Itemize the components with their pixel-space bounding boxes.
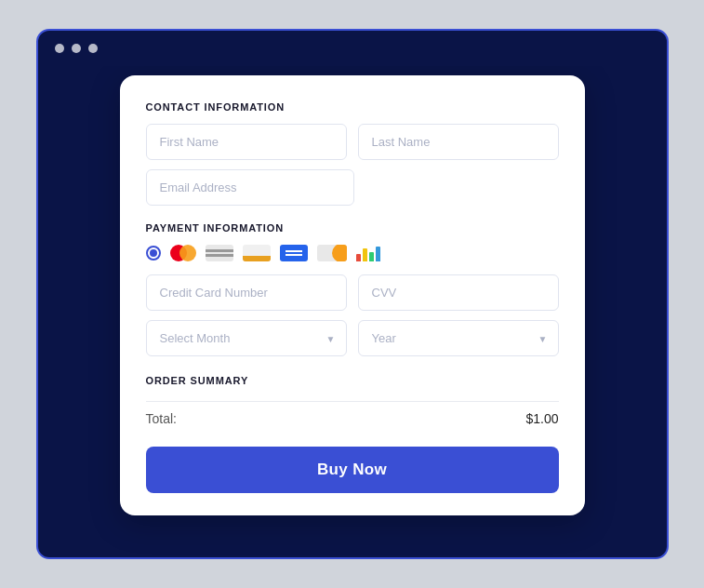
order-divider [146, 401, 559, 402]
order-total-row: Total: $1.00 [146, 411, 559, 426]
amex-icon [206, 245, 233, 261]
year-select-wrapper: Year 2024 2025 2026 2027 2028 2029 2030 … [358, 320, 559, 356]
email-row [146, 169, 559, 206]
mastercard-icon [170, 245, 196, 261]
buy-now-button[interactable]: Buy Now [146, 447, 559, 493]
card-details-row [146, 274, 559, 311]
first-name-input[interactable] [146, 124, 347, 160]
window-dot-2 [72, 44, 81, 53]
month-select-wrapper: Select Month January February March Apri… [146, 320, 347, 356]
card-number-input[interactable] [146, 274, 347, 311]
name-row [146, 124, 559, 160]
browser-topbar [38, 31, 667, 66]
browser-window: CONTACT INFORMATION PAYMENT INFORMATION [36, 29, 669, 559]
discover-icon [317, 245, 347, 261]
last-name-input[interactable] [358, 124, 559, 160]
blue-card-icon [280, 245, 308, 261]
payment-section-label: PAYMENT INFORMATION [146, 222, 559, 234]
checkout-card: CONTACT INFORMATION PAYMENT INFORMATION [120, 75, 585, 515]
barchart-icon [356, 245, 380, 261]
visa-icon [243, 245, 271, 261]
email-input[interactable] [146, 169, 354, 206]
window-dot-1 [55, 44, 64, 53]
payment-icons-row [146, 245, 559, 261]
order-summary-section: ORDER SUMMARY Total: $1.00 [146, 375, 559, 426]
window-dot-3 [88, 44, 98, 53]
radio-inner [150, 249, 157, 257]
expiry-row: Select Month January February March Apri… [146, 320, 559, 356]
total-label: Total: [146, 411, 177, 426]
total-value: $1.00 [525, 411, 558, 426]
payment-section: PAYMENT INFORMATION [146, 222, 559, 356]
month-select[interactable]: Select Month January February March Apri… [146, 320, 347, 356]
browser-content: CONTACT INFORMATION PAYMENT INFORMATION [38, 66, 667, 557]
contact-section-label: CONTACT INFORMATION [146, 101, 559, 113]
year-select[interactable]: Year 2024 2025 2026 2027 2028 2029 2030 [358, 320, 559, 356]
order-summary-label: ORDER SUMMARY [146, 375, 559, 386]
cvv-input[interactable] [358, 274, 559, 311]
payment-radio[interactable] [146, 246, 161, 261]
